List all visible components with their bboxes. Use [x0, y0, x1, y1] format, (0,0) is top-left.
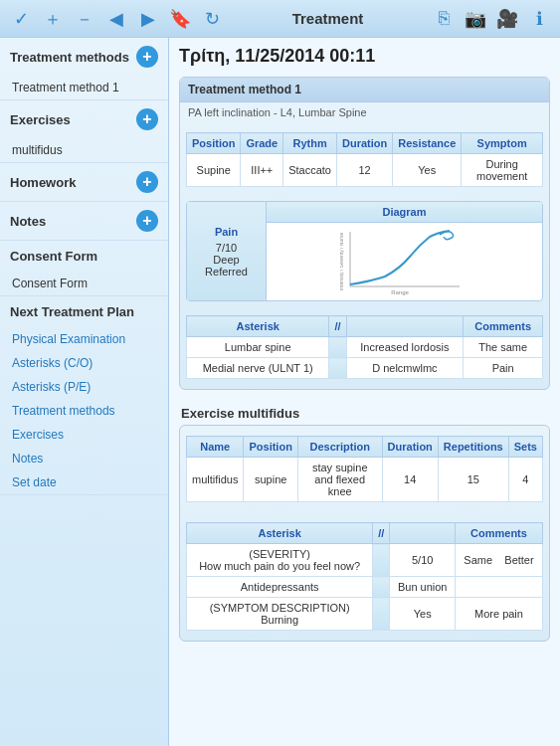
- table-row: (SYMPTOM DESCRIPTION)Burning Yes More pa…: [187, 598, 543, 631]
- sidebar-item-exercises-link[interactable]: Exercises: [0, 423, 168, 447]
- ex-ast-burning: (SYMPTOM DESCRIPTION)Burning: [187, 598, 373, 631]
- sidebar-header-consent: Consent Form: [0, 241, 168, 272]
- ex-ast-more-pain: More pain: [455, 598, 542, 631]
- toolbar: ✓ ＋ － ◀ ▶ 🔖 ↻ Treatment ⎘ 📷 🎥 ℹ: [0, 0, 560, 38]
- diagram-label: Diagram: [267, 202, 542, 223]
- main-layout: Treatment methods + Treatment method 1 E…: [0, 38, 560, 746]
- cell-position: Supine: [187, 154, 241, 187]
- asterisk-table-wrap: Asterisk // Comments Lumbar spine Increa…: [180, 305, 549, 389]
- toolbar-title: Treatment: [225, 10, 431, 27]
- ex-col-sets: Sets: [508, 437, 542, 458]
- forward-icon[interactable]: ▶: [135, 6, 161, 32]
- cell-lumbar: Lumbar spine: [187, 337, 329, 358]
- diagram-body: Range Intensity / Severity / Nurse: [336, 223, 473, 300]
- ex-col-description: Description: [297, 437, 382, 458]
- copy-icon[interactable]: ⎘: [431, 6, 457, 32]
- svg-text:Range: Range: [391, 289, 409, 295]
- cell-pain: Pain: [464, 358, 543, 379]
- cell-medial-nerve: Medial nerve (ULNT 1): [187, 358, 329, 379]
- exercise-title: Exercise multifidus: [179, 400, 550, 425]
- cell-resistance: Yes: [393, 154, 462, 187]
- cell-sep1: [329, 337, 346, 358]
- sidebar: Treatment methods + Treatment method 1 E…: [0, 38, 169, 746]
- video-icon[interactable]: 🎥: [494, 6, 520, 32]
- sidebar-section-homework: Homework +: [0, 163, 168, 202]
- col-grade: Grade: [241, 133, 283, 154]
- sidebar-item-set-date[interactable]: Set date: [0, 470, 168, 494]
- col-symptom: Symptom: [462, 133, 543, 154]
- sidebar-item-consent-form[interactable]: Consent Form: [0, 272, 168, 295]
- ex-col-duration: Duration: [382, 437, 438, 458]
- treatment-date: Τρίτη, 11/25/2014 00:11: [179, 46, 550, 67]
- bookmark-icon[interactable]: 🔖: [167, 6, 193, 32]
- sidebar-item-notes-link[interactable]: Notes: [0, 447, 168, 470]
- ex-col-repetitions: Repetitions: [438, 437, 508, 458]
- sidebar-label-exercises: Exercises: [10, 112, 71, 127]
- asterisk-comments-header: Comments: [464, 316, 543, 337]
- ex-ast-5-10: 5/10: [390, 544, 456, 577]
- treatment-table-wrap: Position Grade Rythm Duration Resistance…: [180, 122, 549, 197]
- sidebar-label-notes: Notes: [10, 214, 46, 229]
- add-notes-button[interactable]: +: [136, 210, 158, 232]
- ex-cell-duration: 14: [382, 458, 438, 502]
- sidebar-label-homework: Homework: [10, 175, 76, 190]
- ex-ast-sep3: [373, 598, 390, 631]
- sidebar-label-next-plan: Next Treatment Plan: [10, 304, 134, 319]
- sidebar-section-notes: Notes +: [0, 202, 168, 241]
- sidebar-item-asterisks-co[interactable]: Asterisks (C/O): [0, 351, 168, 375]
- cell-increased-lordosis: Increased lordosis: [346, 337, 464, 358]
- minus-icon[interactable]: －: [72, 6, 97, 32]
- table-row: Medial nerve (ULNT 1) D nelcmwlmc Pain: [187, 358, 543, 379]
- col-duration: Duration: [337, 133, 393, 154]
- ex-ast-sep1: [373, 544, 390, 577]
- cell-symptom: During movement: [462, 154, 543, 187]
- refresh-icon[interactable]: ↻: [199, 6, 225, 32]
- asterisk-separator-header: //: [329, 316, 346, 337]
- ex-col-name: Name: [187, 437, 244, 458]
- diagram-panel: Diagram Range Intensity / Se: [267, 202, 542, 300]
- cell-sep2: [329, 358, 346, 379]
- sidebar-header-homework: Homework +: [0, 163, 168, 201]
- sidebar-header-treatment-methods: Treatment methods +: [0, 38, 168, 76]
- cell-duration: 12: [337, 154, 393, 187]
- ex-cell-repetitions: 15: [438, 458, 508, 502]
- add-exercise-button[interactable]: +: [136, 108, 158, 130]
- sidebar-item-treatment-method-1[interactable]: Treatment method 1: [0, 76, 168, 99]
- sidebar-section-treatment-methods: Treatment methods + Treatment method 1: [0, 38, 168, 100]
- ex-asterisk-comments-header: Comments: [455, 523, 542, 544]
- table-row: (SEVERITY)How much pain do you feel now?…: [187, 544, 543, 577]
- col-resistance: Resistance: [393, 133, 462, 154]
- ex-ast-antidepressants: Antidepressants: [187, 577, 373, 598]
- asterisk-table: Asterisk // Comments Lumbar spine Increa…: [186, 315, 543, 379]
- sidebar-section-exercises: Exercises + multifidus: [0, 100, 168, 163]
- exercise-asterisk-table-wrap: Asterisk // Comments (SEVERITY)How much …: [180, 512, 549, 641]
- ex-ast-sep2: [373, 577, 390, 598]
- sidebar-item-treatment-methods-link[interactable]: Treatment methods: [0, 399, 168, 423]
- ex-ast-yes: Yes: [390, 598, 456, 631]
- asterisk-middle-col: [346, 316, 464, 337]
- ex-ast-empty: [455, 577, 542, 598]
- table-row: Lumbar spine Increased lordosis The same: [187, 337, 543, 358]
- back-icon[interactable]: ◀: [103, 6, 129, 32]
- sidebar-header-exercises: Exercises +: [0, 100, 168, 138]
- ex-cell-sets: 4: [508, 458, 542, 502]
- sidebar-header-notes: Notes +: [0, 202, 168, 240]
- treatment-method-card: Treatment method 1 PA left inclination -…: [179, 77, 550, 390]
- table-row: multifidus supine stay supine and flexed…: [187, 458, 543, 502]
- checkmark-icon[interactable]: ✓: [8, 6, 34, 32]
- add-homework-button[interactable]: +: [136, 171, 158, 193]
- sidebar-item-asterisks-pe[interactable]: Asterisks (P/E): [0, 375, 168, 399]
- ex-ast-same: Same Better: [455, 544, 542, 577]
- sidebar-item-multifidus[interactable]: multifidus: [0, 138, 168, 162]
- toolbar-right-buttons: ⎘ 📷 🎥 ℹ: [431, 6, 552, 32]
- cell-grade: III++: [241, 154, 283, 187]
- add-treatment-method-button[interactable]: +: [136, 46, 158, 68]
- ex-ast-severity: (SEVERITY)How much pain do you feel now?: [187, 544, 373, 577]
- exercise-card: Name Position Description Duration Repet…: [179, 425, 550, 642]
- camera-icon[interactable]: 📷: [463, 6, 488, 32]
- ex-cell-description: stay supine and flexed knee: [297, 458, 382, 502]
- add-icon[interactable]: ＋: [40, 6, 66, 32]
- info-icon[interactable]: ℹ: [526, 6, 552, 32]
- sidebar-item-physical-exam[interactable]: Physical Examination: [0, 327, 168, 351]
- cell-rythm: Staccato: [283, 154, 337, 187]
